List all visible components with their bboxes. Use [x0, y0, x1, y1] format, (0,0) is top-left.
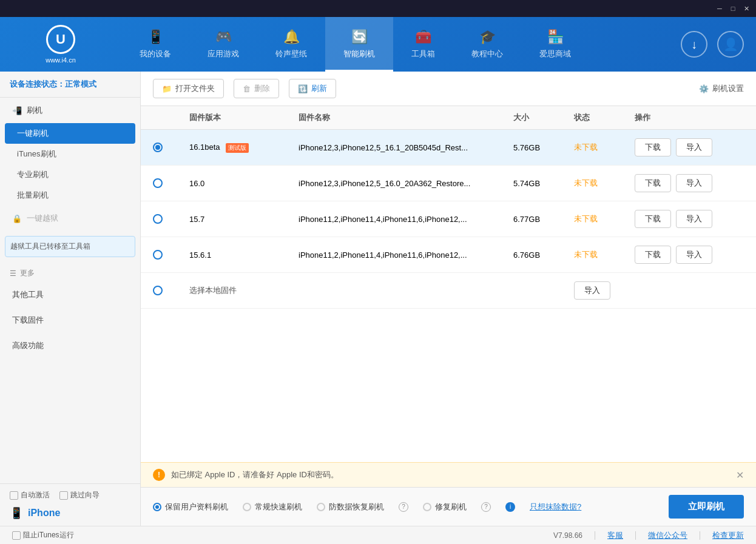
titlebar-close[interactable]: ✕ [741, 4, 751, 13]
download-btn-3[interactable]: 下载 [635, 210, 671, 228]
anti-data-help-icon[interactable]: ? [399, 502, 408, 512]
block-itunes-check[interactable] [12, 531, 21, 540]
radio-circle-1[interactable] [153, 143, 163, 152]
nav-my-device[interactable]: 📱 我的设备 [121, 17, 189, 72]
radio-repair[interactable] [423, 503, 431, 511]
nav-smart-flash[interactable]: 🔄 智能刷机 [325, 17, 393, 72]
skip-wizard-label: 跳过向导 [70, 490, 100, 500]
header: U www.i4.cn 📱 我的设备 🎮 应用游戏 🔔 铃声壁纸 🔄 智能刷机 … [0, 17, 756, 72]
nav-icon-tutorials: 🎓 [479, 29, 496, 45]
table-row[interactable]: 15.7 iPhone11,2,iPhone11,4,iPhone11,6,iP… [141, 201, 756, 237]
settings-btn[interactable]: ⚙️ 刷机设置 [699, 83, 744, 94]
import-btn-2[interactable]: 导入 [676, 174, 712, 192]
nav-icon-store: 🏪 [547, 29, 564, 45]
pro-flash-label: 专业刷机 [17, 170, 49, 179]
download-btn-1[interactable]: 下载 [635, 138, 671, 156]
check-update-link[interactable]: 检查更新 [712, 530, 744, 541]
block-itunes-checkbox[interactable]: 阻止iTunes运行 [12, 530, 74, 540]
device-name: iPhone [28, 508, 60, 519]
sidebar-flash-label: 刷机 [27, 105, 42, 116]
delete-btn[interactable]: 🗑 删除 [234, 79, 279, 98]
auto-activate-check[interactable] [10, 491, 18, 500]
info-icon[interactable]: i [505, 502, 515, 512]
table-row[interactable]: 15.6.1 iPhone11,2,iPhone11,4,iPhone11,6,… [141, 237, 756, 273]
user-icon-btn[interactable]: 👤 [717, 31, 744, 58]
titlebar-maximize[interactable]: □ [728, 4, 738, 13]
nav-store[interactable]: 🏪 爱思商域 [521, 17, 589, 72]
skip-wizard-check[interactable] [59, 491, 68, 500]
row-size-1: 5.76GB [513, 143, 574, 152]
data-wipe-link[interactable]: 只想抹除数据? [530, 502, 581, 512]
auto-activate-checkbox[interactable]: 自动激活 [10, 490, 50, 500]
repair-help-icon[interactable]: ? [481, 502, 491, 512]
import-btn-1[interactable]: 导入 [676, 138, 712, 156]
sidebar-item-one-key-flash[interactable]: 一键刷机 [5, 123, 135, 144]
row-radio-3[interactable] [153, 214, 189, 224]
radio-keep-data[interactable] [153, 503, 161, 511]
import-btn-4[interactable]: 导入 [676, 246, 712, 264]
table-row[interactable]: 16.0 iPhone12,3,iPhone12,5_16.0_20A362_R… [141, 166, 756, 201]
wechat-link[interactable]: 微信公众号 [648, 530, 687, 541]
local-radio-circle[interactable] [153, 286, 163, 295]
nav-ringtones[interactable]: 🔔 铃声壁纸 [257, 17, 325, 72]
skip-wizard-checkbox[interactable]: 跳过向导 [59, 490, 100, 500]
option-keep-data[interactable]: 保留用户资料刷机 [153, 502, 228, 512]
import-btn-3[interactable]: 导入 [676, 210, 712, 228]
table-row[interactable]: 16.1beta 测试版 iPhone12,3,iPhone12,5_16.1_… [141, 130, 756, 166]
download-btn-4[interactable]: 下载 [635, 246, 671, 264]
download-icon-btn[interactable]: ↓ [681, 31, 707, 58]
sidebar-item-flash[interactable]: 📲 刷机 [0, 98, 140, 123]
sidebar-item-other-tools[interactable]: 其他工具 [0, 282, 140, 307]
nav-tutorials[interactable]: 🎓 教程中心 [453, 17, 521, 72]
col-status: 状态 [574, 112, 635, 123]
row-radio-4[interactable] [153, 250, 189, 260]
open-folder-btn[interactable]: 📁 打开文件夹 [153, 79, 224, 98]
sidebar-status: 设备连接状态：正常模式 [0, 72, 140, 98]
divider-2 [635, 531, 636, 540]
folder-icon: 📁 [162, 84, 172, 93]
local-firmware-label: 选择本地固件 [189, 285, 351, 296]
sidebar-section-more: ☰ 更多 [0, 262, 140, 282]
local-radio[interactable] [153, 286, 189, 295]
radio-circle-4[interactable] [153, 250, 163, 260]
row-radio-1[interactable] [153, 143, 189, 152]
radio-anti-data[interactable] [317, 503, 325, 511]
option-quick-flash[interactable]: 常规快速刷机 [243, 502, 302, 512]
sidebar-item-download-firmware[interactable]: 下载固件 [0, 307, 140, 333]
col-select [153, 112, 189, 123]
titlebar-minimize[interactable]: ─ [715, 4, 724, 13]
radio-circle-3[interactable] [153, 214, 163, 224]
sidebar-item-batch-flash[interactable]: 批量刷机 [0, 185, 140, 206]
radio-circle-2[interactable] [153, 178, 163, 188]
row-actions-4: 下载 导入 [635, 246, 744, 264]
sidebar-item-advanced[interactable]: 高级功能 [0, 333, 140, 358]
flash-now-btn[interactable]: 立即刷机 [669, 495, 744, 519]
sidebar-item-itunes-flash[interactable]: iTunes刷机 [0, 144, 140, 164]
nav-label-store: 爱思商域 [539, 49, 571, 59]
row-radio-2[interactable] [153, 178, 189, 188]
local-import-btn[interactable]: 导入 [574, 281, 610, 300]
statusbar: 阻止iTunes运行 V7.98.66 客服 微信公众号 检查更新 [0, 526, 756, 544]
sidebar-item-pro-flash[interactable]: 专业刷机 [0, 164, 140, 185]
toolbar: 📁 打开文件夹 🗑 删除 🔃 刷新 ⚙️ 刷机设置 [141, 72, 756, 106]
quick-flash-label: 常规快速刷机 [255, 502, 302, 512]
titlebar: ─ □ ✕ [0, 0, 756, 17]
refresh-btn[interactable]: 🔃 刷新 [289, 79, 336, 98]
flash-options: 保留用户资料刷机 常规快速刷机 防数据恢复刷机 ? 修复刷机 ? i 只想抹除数… [141, 487, 756, 526]
sidebar-bottom: 自动激活 跳过向导 📱 iPhone [0, 483, 140, 526]
nav-icon-apps: 🎮 [215, 29, 232, 45]
option-anti-data[interactable]: 防数据恢复刷机 [317, 502, 384, 512]
advanced-label: 高级功能 [12, 340, 44, 351]
notice-close-btn[interactable]: ✕ [736, 469, 744, 481]
row-status-1: 未下载 [574, 142, 635, 153]
nav-toolbox[interactable]: 🧰 工具箱 [393, 17, 453, 72]
nav-apps-games[interactable]: 🎮 应用游戏 [189, 17, 257, 72]
customer-service-link[interactable]: 客服 [607, 530, 623, 541]
row-version-2: 16.0 [189, 179, 299, 188]
radio-quick-flash[interactable] [243, 503, 251, 511]
local-actions: 导入 [574, 281, 635, 300]
download-btn-2[interactable]: 下载 [635, 174, 671, 192]
row-version-4: 15.6.1 [189, 250, 299, 260]
option-repair[interactable]: 修复刷机 [423, 502, 467, 512]
local-firmware-row[interactable]: 选择本地固件 导入 [141, 273, 756, 309]
